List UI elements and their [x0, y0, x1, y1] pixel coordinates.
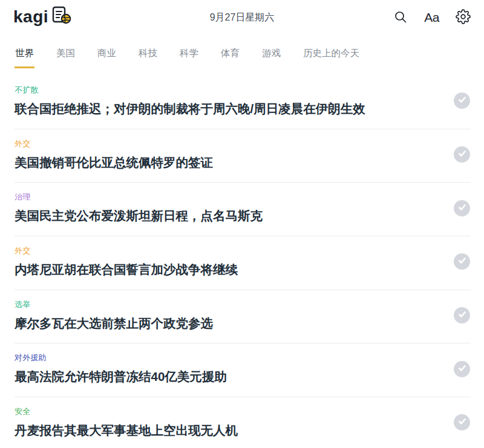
kagi-logo[interactable]: kagi: [13, 8, 72, 27]
app-header: kagi 9月27日星期六 Aa: [0, 0, 484, 35]
story-list: 不扩散 联合国拒绝推迟；对伊朗的制裁将于周六晚/周日凌晨在伊朗生效 外交 美国撤…: [0, 76, 484, 448]
tab-technology[interactable]: 科技: [138, 45, 158, 68]
story-item[interactable]: 选举 摩尔多瓦在大选前禁止两个政党参选: [15, 290, 471, 344]
news-doc-icon: [51, 6, 72, 27]
mark-read-button[interactable]: [454, 253, 470, 270]
story-text: 外交 内塔尼亚胡在联合国誓言加沙战争将继续: [15, 245, 247, 278]
text-size-icon: Aa: [424, 10, 439, 25]
story-headline[interactable]: 丹麦报告其最大军事基地上空出现无人机: [15, 423, 238, 439]
text-size-button[interactable]: Aa: [424, 10, 439, 25]
search-icon: [393, 10, 408, 26]
checkmark-icon: [458, 310, 466, 320]
story-category-label: 外交: [15, 138, 213, 149]
story-text: 外交 美国撤销哥伦比亚总统佩特罗的签证: [15, 138, 223, 171]
story-category-label: 对外援助: [15, 352, 227, 363]
mark-read-button[interactable]: [454, 414, 470, 430]
tab-today-in-history[interactable]: 历史上的今天: [302, 45, 360, 68]
tab-business[interactable]: 商业: [97, 45, 117, 68]
tab-usa[interactable]: 美国: [56, 45, 76, 68]
story-item[interactable]: 外交 美国撤销哥伦比亚总统佩特罗的签证: [15, 129, 471, 183]
story-headline[interactable]: 美国民主党公布爱泼斯坦新日程，点名马斯克: [15, 208, 263, 224]
story-headline[interactable]: 最高法院允许特朗普冻结40亿美元援助: [15, 369, 227, 385]
story-item[interactable]: 对外援助 最高法院允许特朗普冻结40亿美元援助: [15, 343, 471, 397]
tab-world[interactable]: 世界: [15, 45, 34, 68]
story-category-label: 不扩散: [15, 85, 365, 96]
mark-read-button[interactable]: [454, 146, 470, 163]
kagi-logo-text: kagi: [13, 8, 48, 25]
story-text: 治理 美国民主党公布爱泼斯坦新日程，点名马斯克: [15, 192, 272, 224]
story-category-label: 治理: [15, 192, 263, 203]
checkmark-icon: [458, 96, 466, 106]
checkmark-icon: [458, 203, 466, 213]
story-category-label: 安全: [15, 406, 238, 417]
story-text: 选举 摩尔多瓦在大选前禁止两个政党参选: [15, 299, 223, 332]
checkmark-icon: [458, 149, 466, 160]
story-headline[interactable]: 美国撤销哥伦比亚总统佩特罗的签证: [15, 155, 213, 171]
mark-read-button[interactable]: [454, 200, 470, 216]
story-text: 安全 丹麦报告其最大军事基地上空出现无人机: [15, 406, 247, 439]
header-actions: Aa: [393, 9, 471, 26]
story-headline[interactable]: 摩尔多瓦在大选前禁止两个政党参选: [15, 316, 213, 332]
story-headline[interactable]: 内塔尼亚胡在联合国誓言加沙战争将继续: [15, 262, 238, 278]
story-item[interactable]: 不扩散 联合国拒绝推迟；对伊朗的制裁将于周六晚/周日凌晨在伊朗生效: [15, 76, 471, 129]
tab-games[interactable]: 游戏: [261, 45, 281, 68]
story-text: 不扩散 联合国拒绝推迟；对伊朗的制裁将于周六晚/周日凌晨在伊朗生效: [15, 85, 375, 117]
story-text: 对外援助 最高法院允许特朗普冻结40亿美元援助: [15, 352, 237, 385]
settings-gear-icon: [456, 9, 471, 26]
checkmark-icon: [458, 364, 466, 374]
search-button[interactable]: [393, 10, 408, 26]
tab-sports[interactable]: 体育: [220, 45, 240, 68]
mark-read-button[interactable]: [454, 93, 470, 109]
story-category-label: 选举: [15, 299, 213, 310]
story-item[interactable]: 外交 内塔尼亚胡在联合国誓言加沙战争将继续: [15, 236, 471, 290]
tab-science[interactable]: 科学: [179, 45, 199, 68]
category-tab-bar: 世界 美国 商业 科技 科学 体育 游戏 历史上的今天: [0, 35, 484, 68]
settings-button[interactable]: [456, 9, 471, 26]
checkmark-icon: [458, 417, 466, 427]
story-item[interactable]: 治理 美国民主党公布爱泼斯坦新日程，点名马斯克: [15, 183, 471, 236]
story-item[interactable]: 安全 丹麦报告其最大军事基地上空出现无人机: [15, 397, 471, 448]
mark-read-button[interactable]: [454, 361, 470, 377]
story-headline[interactable]: 联合国拒绝推迟；对伊朗的制裁将于周六晚/周日凌晨在伊朗生效: [15, 101, 365, 117]
checkmark-icon: [458, 256, 466, 267]
mark-read-button[interactable]: [454, 307, 470, 323]
story-category-label: 外交: [15, 245, 238, 256]
